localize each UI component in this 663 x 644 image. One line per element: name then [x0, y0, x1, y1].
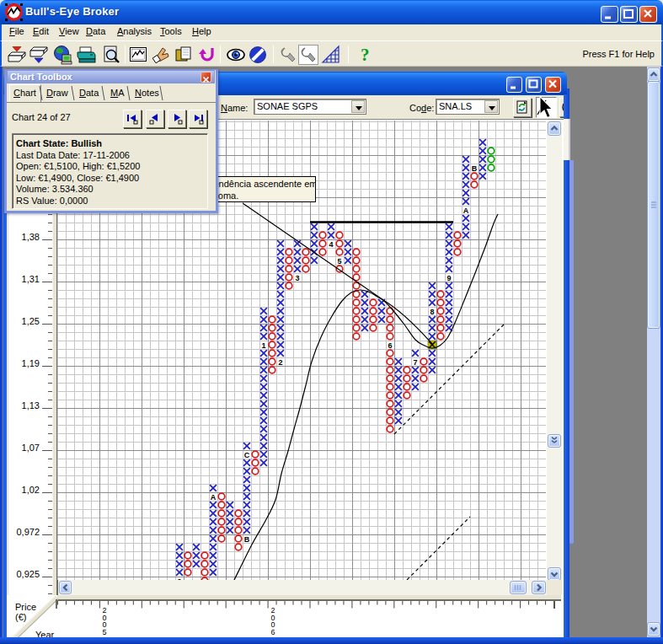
svg-text:9: 9 — [446, 274, 451, 282]
svg-text:5: 5 — [337, 257, 341, 266]
svg-text:C: C — [244, 451, 250, 459]
svg-text:6: 6 — [388, 341, 392, 350]
svg-text:1: 1 — [261, 341, 265, 350]
svg-text:3: 3 — [295, 274, 299, 282]
svg-text:A: A — [211, 493, 217, 502]
svg-text:7: 7 — [413, 358, 417, 367]
svg-text:B: B — [472, 164, 478, 173]
svg-text:2: 2 — [278, 358, 282, 367]
svg-text:8: 8 — [430, 308, 434, 316]
svg-text:?: ? — [361, 45, 370, 65]
svg-text:B: B — [244, 535, 250, 544]
svg-text:A: A — [463, 207, 469, 215]
svg-text:4: 4 — [329, 240, 333, 249]
